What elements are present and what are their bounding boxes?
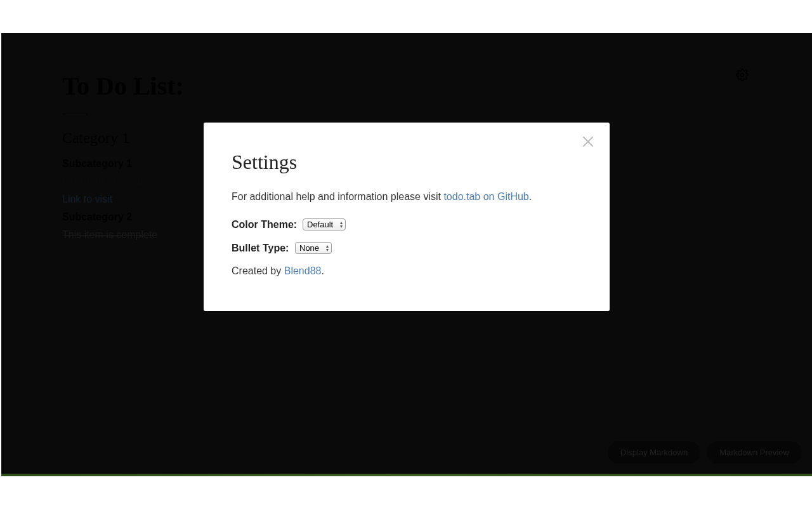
created-prefix: Created by [232, 265, 284, 276]
color-theme-select[interactable]: Default [303, 218, 346, 231]
github-link[interactable]: todo.tab on GitHub [443, 191, 528, 202]
bullet-type-row: Bullet Type: None [232, 242, 582, 254]
author-link[interactable]: Blend88 [284, 265, 322, 276]
help-text-suffix: . [529, 191, 532, 202]
modal-title: Settings [232, 150, 582, 174]
color-theme-label: Color Theme: [232, 219, 303, 231]
settings-modal: Settings For additional help and informa… [204, 123, 610, 311]
close-icon[interactable] [580, 134, 596, 149]
bullet-type-select[interactable]: None [295, 242, 332, 254]
created-suffix: . [321, 265, 324, 276]
help-text-prefix: For additional help and information plea… [232, 191, 443, 202]
bottom-accent-bar [1, 474, 812, 476]
bullet-type-label: Bullet Type: [232, 243, 295, 254]
color-theme-row: Color Theme: Default [232, 218, 582, 231]
modal-help-text: For additional help and information plea… [232, 189, 582, 204]
created-by-text: Created by Blend88. [232, 265, 582, 277]
